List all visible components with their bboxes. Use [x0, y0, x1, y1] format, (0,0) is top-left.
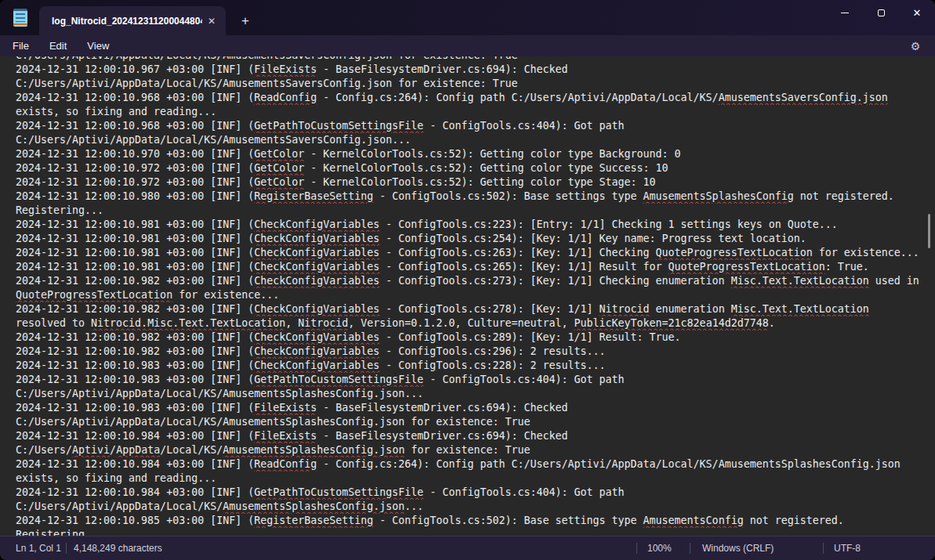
log-line: 2024-12-31 12:00:10.967 +03:00 [INF] (Fi…: [16, 63, 926, 77]
window-controls: ✕: [827, 0, 935, 25]
misspelled-token: Misc.Text.TextLocation: [731, 303, 869, 315]
misspelled-token: FileExists: [254, 63, 317, 75]
line-endings[interactable]: Windows (CRLF): [702, 543, 774, 554]
editor-content: C:/Users/Aptivi/AppData/Local/KS/Amuseme…: [16, 56, 926, 536]
log-line: 2024-12-31 12:00:10.982 +03:00 [INF] (Ch…: [16, 345, 926, 359]
minimize-icon: [841, 13, 849, 13]
close-icon: ✕: [913, 7, 922, 19]
misspelled-token: GetColor: [254, 162, 304, 174]
misspelled-token: AmusementsSplashesConfig.json: [223, 500, 404, 512]
log-line: C:/Users/Aptivi/AppData/Local/KS/Amuseme…: [16, 500, 926, 514]
misspelled-token: CheckConfigVariables: [254, 331, 379, 343]
menu-edit[interactable]: Edit: [39, 38, 77, 54]
close-button[interactable]: ✕: [899, 0, 935, 25]
menu-file[interactable]: File: [2, 38, 39, 54]
misspelled-token: AmusementsSplashesConfig: [643, 190, 794, 202]
misspelled-token: CheckConfigVariables: [254, 261, 379, 273]
text-editor[interactable]: C:/Users/Aptivi/AppData/Local/KS/Amuseme…: [0, 56, 935, 536]
log-line: 2024-12-31 12:00:10.970 +03:00 [INF] (Ge…: [16, 147, 926, 161]
misspelled-token: CheckConfigVariables: [254, 275, 379, 287]
misspelled-token: AmusementsConfig: [643, 515, 744, 526]
log-line: Registering...: [16, 204, 926, 218]
log-line: 2024-12-31 12:00:10.984 +03:00 [INF] (Ge…: [16, 486, 926, 500]
misspelled-token: Nitrocid: [600, 303, 650, 315]
log-line: exists, so fixing and reading...: [16, 471, 926, 486]
log-line: exists, so fixing and reading...: [16, 105, 926, 119]
misspelled-token: PublicKeyToken=21c82ea14d2d7748: [574, 317, 769, 329]
misspelled-token: ReadConfig: [254, 458, 317, 470]
misspelled-token: FileExists: [254, 430, 317, 442]
misspelled-token: QuoteProgressTextLocation: [16, 289, 172, 301]
encoding[interactable]: UTF-8: [834, 543, 861, 554]
character-count: 4,148,249 characters: [74, 543, 162, 554]
misspelled-token: GetPathToCustomSettingsFile: [254, 486, 423, 498]
misspelled-token: Aptivi: [72, 444, 110, 456]
misspelled-token: QuoteProgressTextLocation: [656, 247, 813, 258]
status-divider: [690, 543, 690, 554]
notepad-window: log_Nitrocid_202412311200044804 ✕ + ✕ Fi…: [0, 0, 935, 560]
maximize-button[interactable]: [863, 0, 899, 25]
misspelled-token: QuoteProgressTextLocation: [669, 261, 825, 273]
cursor-position: Ln 1, Col 1: [16, 543, 61, 554]
status-divider: [66, 543, 67, 554]
log-line: 2024-12-31 12:00:10.982 +03:00 [INF] (Ch…: [16, 274, 926, 288]
misspelled-token: GetPathToCustomSettingsFile: [254, 374, 423, 385]
notepad-app-icon: [13, 9, 27, 27]
menu-bar: File Edit View ⚙: [0, 35, 935, 56]
misspelled-token: CheckConfigVariables: [254, 219, 379, 230]
log-line: 2024-12-31 12:00:10.972 +03:00 [INF] (Ge…: [16, 161, 926, 175]
log-line: 2024-12-31 12:00:10.983 +03:00 [INF] (Ch…: [16, 359, 926, 373]
misspelled-token: GetColor: [254, 148, 304, 160]
log-line: resolved to Nitrocid.Misc.Text.TextLocat…: [16, 316, 926, 331]
log-line: 2024-12-31 12:00:10.981 +03:00 [INF] (Ch…: [16, 246, 926, 260]
tab-title: log_Nitrocid_202412311200044804: [52, 16, 202, 27]
misspelled-token: FileExists: [254, 402, 317, 414]
misspelled-token: Nitrocid.Misc.Text.TextLocation: [91, 317, 285, 329]
misspelled-token: ReadConfig: [254, 92, 317, 103]
log-line: C:/Users/Aptivi/AppData/Local/KS/Amuseme…: [16, 133, 926, 147]
log-line: 2024-12-31 12:00:10.982 +03:00 [INF] (Ch…: [16, 331, 926, 345]
misspelled-token: GetPathToCustomSettingsFile: [254, 120, 423, 132]
tab-close-icon[interactable]: ✕: [202, 12, 221, 31]
misspelled-token: CheckConfigVariables: [254, 359, 379, 371]
menu-view[interactable]: View: [77, 38, 119, 54]
log-line: 2024-12-31 12:00:10.983 +03:00 [INF] (Ge…: [16, 373, 926, 387]
status-bar: Ln 1, Col 1 4,148,249 characters 100% Wi…: [0, 536, 935, 560]
log-line: 2024-12-31 12:00:10.984 +03:00 [INF] (Fi…: [16, 429, 926, 443]
log-line: 2024-12-31 12:00:10.982 +03:00 [INF] (Ch…: [16, 302, 926, 316]
log-line: QuoteProgressTextLocation for existence.…: [16, 288, 926, 302]
log-line: Registering...: [16, 528, 926, 536]
maximize-icon: [878, 9, 885, 16]
new-tab-button[interactable]: +: [233, 12, 258, 31]
settings-gear-icon[interactable]: ⚙: [907, 38, 924, 55]
title-bar: log_Nitrocid_202412311200044804 ✕ + ✕: [0, 0, 935, 35]
log-line: 2024-12-31 12:00:10.985 +03:00 [INF] (Re…: [16, 514, 926, 528]
log-line: C:/Users/Aptivi/AppData/Local/KS/Amuseme…: [16, 387, 926, 401]
misspelled-token: AmusementsSaversConfig.json: [719, 92, 888, 103]
log-line: 2024-12-31 12:00:10.968 +03:00 [INF] (Re…: [16, 91, 926, 105]
vertical-scrollbar-thumb[interactable]: [928, 214, 930, 248]
log-line: 2024-12-31 12:00:10.968 +03:00 [INF] (Ge…: [16, 119, 926, 133]
log-line: C:/Users/Aptivi/AppData/Local/KS/Amuseme…: [16, 77, 926, 91]
misspelled-token: CheckConfigVariables: [254, 345, 379, 357]
log-line: 2024-12-31 12:00:10.981 +03:00 [INF] (Ch…: [16, 260, 926, 274]
minimize-button[interactable]: [827, 0, 863, 25]
log-line: C:/Users/Aptivi/AppData/Local/KS/Amuseme…: [16, 56, 926, 63]
log-line: 2024-12-31 12:00:10.972 +03:00 [INF] (Ge…: [16, 175, 926, 190]
log-line: C:/Users/Aptivi/AppData/Local/KS/Amuseme…: [16, 415, 926, 429]
zoom-level[interactable]: 100%: [647, 543, 672, 554]
log-line: 2024-12-31 12:00:10.980 +03:00 [INF] (Re…: [16, 190, 926, 204]
misspelled-token: Nitrocid: [298, 317, 348, 329]
misspelled-token: AmusementsSplashesConfig.json: [223, 444, 404, 456]
document-tab[interactable]: log_Nitrocid_202412311200044804 ✕: [39, 6, 226, 35]
misspelled-token: CheckConfigVariables: [254, 303, 379, 315]
status-divider: [823, 543, 824, 554]
misspelled-token: RegisterBaseSetting: [254, 190, 373, 202]
log-line: 2024-12-31 12:00:10.984 +03:00 [INF] (Re…: [16, 457, 926, 471]
misspelled-token: RegisterBaseSetting: [254, 515, 373, 526]
log-line: 2024-12-31 12:00:10.983 +03:00 [INF] (Fi…: [16, 401, 926, 415]
misspelled-token: CheckConfigVariables: [254, 233, 379, 244]
misspelled-token: CheckConfigVariables: [254, 247, 379, 258]
misspelled-token: GetColor: [254, 176, 304, 188]
log-line: 2024-12-31 12:00:10.981 +03:00 [INF] (Ch…: [16, 218, 926, 232]
